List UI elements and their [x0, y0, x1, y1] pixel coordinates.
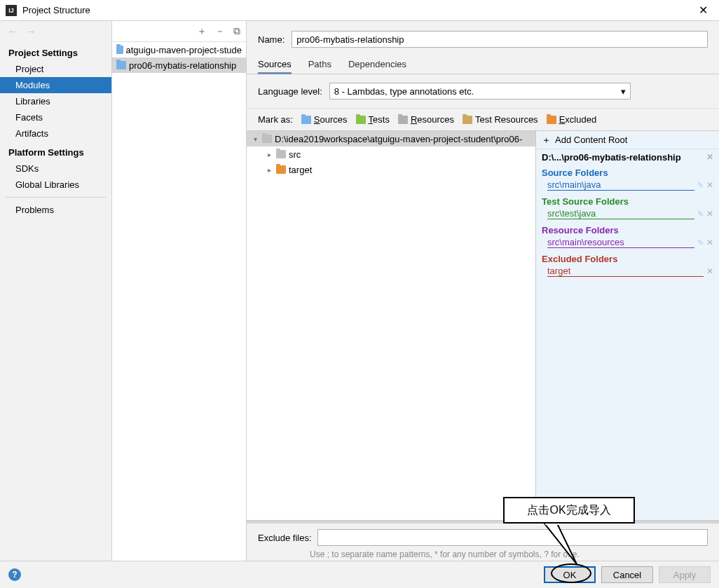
- cancel-button[interactable]: Cancel: [601, 566, 653, 583]
- caret-right-icon[interactable]: ▸: [265, 151, 273, 158]
- copy-module-icon[interactable]: ⧉: [233, 25, 240, 37]
- remove-module-icon[interactable]: －: [215, 25, 225, 38]
- mark-test-resources-label: Test Resources: [475, 114, 538, 125]
- language-level-select[interactable]: 8 - Lambdas, type annotations etc. ▾: [329, 83, 631, 100]
- nav-item-global-libraries[interactable]: Global Libraries: [0, 177, 111, 193]
- nav-history-bar: ← →: [0, 21, 111, 42]
- module-tabs: Sources Paths Dependencies: [247, 55, 719, 74]
- module-folder-icon: [116, 46, 123, 54]
- bottom-bar: ? OK Cancel Apply: [0, 561, 719, 588]
- module-name-input[interactable]: [292, 31, 708, 48]
- exclude-files-input[interactable]: [317, 529, 708, 546]
- mark-excluded[interactable]: Excluded: [547, 114, 596, 125]
- nav-item-project[interactable]: Project: [0, 61, 111, 77]
- tree-row-label: src: [289, 149, 301, 160]
- edit-icon[interactable]: ✎: [697, 238, 704, 247]
- mark-tests[interactable]: Tests: [356, 114, 390, 125]
- module-detail-pane: Name: Sources Paths Dependencies Languag…: [247, 21, 719, 561]
- help-icon[interactable]: ?: [8, 568, 21, 581]
- nav-item-sdks[interactable]: SDKs: [0, 160, 111, 177]
- remove-icon[interactable]: ✕: [706, 209, 713, 219]
- main-content: ← → Project Settings Project Modules Lib…: [0, 21, 719, 561]
- resource-folder-label: src\main\resources: [547, 237, 694, 248]
- nav-item-problems[interactable]: Problems: [0, 202, 111, 218]
- content-root-path-label: D:\...\pro06-mybatis-relationship: [542, 152, 681, 163]
- nav-item-facets[interactable]: Facets: [0, 109, 111, 125]
- tests-folder-icon: [356, 116, 366, 124]
- excluded-folders-header: Excluded Folders: [536, 251, 719, 266]
- left-nav: ← → Project Settings Project Modules Lib…: [0, 21, 112, 561]
- remove-icon[interactable]: ✕: [706, 266, 713, 276]
- module-item[interactable]: atguigu-maven-project-stude: [112, 42, 246, 57]
- sources-body: ▾ D:\idea2019workspace\atguigu-maven-pro…: [247, 130, 719, 521]
- nav-item-modules[interactable]: Modules: [0, 77, 111, 93]
- edit-icon[interactable]: ✎: [697, 210, 704, 219]
- test-folders-header: Test Source Folders: [536, 193, 719, 208]
- resources-folder-icon: [398, 116, 408, 124]
- tree-root-label: D:\idea2019workspace\atguigu-maven-proje…: [275, 134, 522, 144]
- svg-rect-1: [545, 524, 575, 525]
- tree-row[interactable]: ▸ src: [247, 146, 535, 162]
- titlebar: IJ Project Structure ✕: [0, 0, 719, 21]
- name-row: Name:: [247, 21, 719, 55]
- tab-sources[interactable]: Sources: [258, 55, 292, 74]
- caret-down-icon[interactable]: ▾: [251, 135, 259, 143]
- test-folder-row[interactable]: src\test\java ✎ ✕: [536, 208, 719, 222]
- tree-root-row[interactable]: ▾ D:\idea2019workspace\atguigu-maven-pro…: [247, 131, 535, 146]
- mark-as-label: Mark as:: [258, 114, 293, 125]
- add-content-root[interactable]: ＋ Add Content Root: [536, 131, 719, 149]
- name-label: Name:: [258, 34, 285, 45]
- forward-arrow-icon[interactable]: →: [25, 25, 36, 38]
- source-folders-header: Source Folders: [536, 165, 719, 179]
- close-icon[interactable]: ✕: [692, 4, 713, 17]
- svg-marker-0: [545, 524, 577, 564]
- language-level-row: Language level: 8 - Lambdas, type annota…: [247, 74, 719, 109]
- language-level-value: 8 - Lambdas, type annotations etc.: [334, 86, 474, 97]
- content-root-path[interactable]: D:\...\pro06-mybatis-relationship ✕: [536, 149, 719, 165]
- resource-folder-row[interactable]: src\main\resources ✎ ✕: [536, 237, 719, 251]
- add-module-icon[interactable]: ＋: [197, 25, 207, 38]
- annotation-callout: 点击OK完成导入: [503, 497, 635, 524]
- folder-icon: [276, 150, 286, 158]
- test-folder-label: src\test\java: [547, 208, 694, 219]
- language-level-label: Language level:: [258, 86, 322, 97]
- app-icon: IJ: [6, 5, 17, 16]
- section-platform-settings: Platform Settings: [0, 142, 111, 160]
- tree-row[interactable]: ▸ target: [247, 162, 535, 177]
- exclude-files-row: Exclude files:: [247, 524, 719, 546]
- apply-button: Apply: [659, 566, 711, 583]
- sources-folder-icon: [301, 116, 311, 124]
- back-arrow-icon[interactable]: ←: [7, 25, 18, 38]
- test-resources-folder-icon: [463, 116, 472, 124]
- module-item-label: pro06-mybatis-relationship: [129, 60, 236, 71]
- mark-sources[interactable]: Sources: [301, 114, 348, 125]
- tree-row-label: target: [289, 165, 312, 175]
- source-folder-label: src\main\java: [547, 179, 694, 191]
- excluded-folder-label: target: [547, 266, 704, 277]
- module-list: atguigu-maven-project-stude pro06-mybati…: [112, 42, 246, 561]
- excluded-folder-row[interactable]: target ✕: [536, 266, 719, 280]
- source-folder-row[interactable]: src\main\java ✎ ✕: [536, 179, 719, 193]
- section-project-settings: Project Settings: [0, 42, 111, 61]
- module-toolbar: ＋ － ⧉: [112, 21, 246, 42]
- remove-content-root-icon[interactable]: ✕: [706, 152, 713, 162]
- edit-icon[interactable]: ✎: [697, 181, 704, 190]
- tab-dependencies[interactable]: Dependencies: [348, 55, 406, 74]
- mark-as-row: Mark as: Sources Tests Resources Test Re…: [247, 109, 719, 130]
- resource-folders-header: Resource Folders: [536, 222, 719, 237]
- content-roots-pane: ＋ Add Content Root D:\...\pro06-mybatis-…: [535, 130, 719, 521]
- exclude-files-hint: Use ; to separate name patterns, * for a…: [247, 546, 719, 561]
- mark-test-resources[interactable]: Test Resources: [463, 114, 538, 125]
- nav-item-artifacts[interactable]: Artifacts: [0, 125, 111, 142]
- window-title: Project Structure: [22, 5, 692, 15]
- caret-right-icon[interactable]: ▸: [265, 166, 273, 174]
- content-tree: ▾ D:\idea2019workspace\atguigu-maven-pro…: [247, 130, 535, 521]
- remove-icon[interactable]: ✕: [706, 180, 713, 190]
- tab-paths[interactable]: Paths: [308, 55, 331, 74]
- exclude-files-label: Exclude files:: [258, 533, 312, 543]
- remove-icon[interactable]: ✕: [706, 238, 713, 247]
- nav-item-libraries[interactable]: Libraries: [0, 93, 111, 109]
- module-item[interactable]: pro06-mybatis-relationship: [112, 57, 246, 73]
- folder-icon: [276, 165, 286, 174]
- mark-resources[interactable]: Resources: [398, 114, 454, 125]
